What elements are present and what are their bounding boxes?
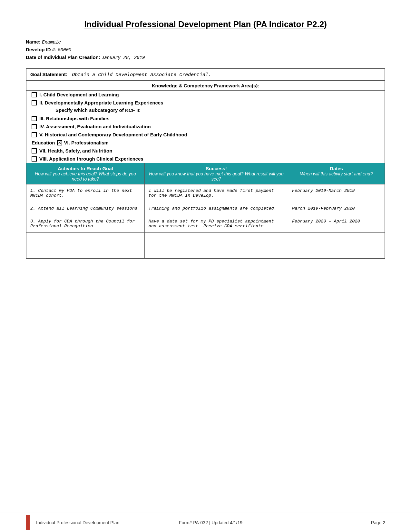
- activity-cell-2: 2. Attend all Learning Community session…: [26, 202, 144, 215]
- kcf-item-III-cell: III. Relationships with Families: [26, 114, 385, 123]
- checkbox-VII[interactable]: [32, 148, 37, 153]
- table-row: 3. Apply for CDA through the Council for…: [26, 215, 385, 233]
- main-table: Goal Statement: Obtain a Child Developme…: [26, 68, 385, 259]
- kcf-I-label: I. Child Development and Learning: [39, 92, 119, 97]
- dates-cell-1: February 2019-March 2019: [288, 184, 385, 202]
- table-row: 2. Attend all Learning Community session…: [26, 202, 385, 215]
- success-cell-3: Have a date set for my PD specialist app…: [144, 215, 288, 233]
- meta-section: Name: Example Develop ID #: 00000 Date o…: [26, 39, 385, 60]
- kcf-header-row: Knowledge & Competency Framework Area(s)…: [26, 81, 385, 91]
- page-container: Individual Professional Development Plan…: [0, 0, 411, 532]
- kcf-item-V-cell: V. Historical and Contemporary Developme…: [26, 131, 385, 139]
- activities-header-cell: Activities to Reach Goal How will you ac…: [26, 163, 144, 184]
- success-cell-2: Training and portfolio assignments are c…: [144, 202, 288, 215]
- name-label: Name:: [26, 39, 41, 44]
- activity-cell-4: [26, 233, 144, 259]
- kcf-III-label: III. Relationships with Families: [39, 116, 110, 121]
- kcf-item-IV: IV. Assessment, Evaluation and Individua…: [26, 123, 385, 131]
- kcf-item-VIII: VIII. Application through Clinical Exper…: [26, 155, 385, 163]
- kcf-item-VI: Education VI. Professionalism: [26, 139, 385, 147]
- date-label: Date of Individual Plan Creation:: [26, 54, 100, 60]
- footer-accent-bar: [26, 515, 30, 530]
- checkbox-I[interactable]: [32, 92, 37, 97]
- kcf-subcategory-cell: Specify which subcategory of KCF II:: [26, 107, 385, 114]
- dates-title: Dates: [292, 166, 381, 171]
- kcf-item-I-cell: I. Child Development and Learning: [26, 91, 385, 99]
- activities-title: Activities to Reach Goal: [30, 166, 141, 171]
- kcf-item-II-cell: II. Developmentally Appropriate Learning…: [26, 99, 385, 107]
- footer-left-text: Individual Professional Development Plan: [36, 520, 152, 525]
- checkbox-VI[interactable]: [57, 140, 62, 145]
- success-header-cell: Success! How will you know that you have…: [144, 163, 288, 184]
- success-subtitle: How will you know that you have met this…: [149, 171, 284, 182]
- activities-header-row: Activities to Reach Goal How will you ac…: [26, 163, 385, 184]
- kcf-IV-label: IV. Assessment, Evaluation and Individua…: [39, 124, 151, 129]
- date-value: January 28, 2019: [102, 55, 145, 60]
- kcf-subcategory-row: Specify which subcategory of KCF II:: [26, 107, 385, 114]
- kcf-subcategory-label: Specify which subcategory of KCF II:: [55, 107, 264, 113]
- footer-right-text: Page 2: [269, 520, 385, 525]
- kcf-VIII-label: VIII. Application through Clinical Exper…: [39, 156, 143, 162]
- meta-develop-row: Develop ID #: 00000: [26, 47, 385, 53]
- checkbox-II[interactable]: [32, 100, 37, 105]
- dates-cell-2: March 2019-February 2020: [288, 202, 385, 215]
- checkbox-VIII[interactable]: [32, 156, 37, 162]
- success-title: Success!: [149, 166, 284, 171]
- dates-cell-3: February 2020 – April 2020: [288, 215, 385, 233]
- kcf-item-III: III. Relationships with Families: [26, 114, 385, 123]
- meta-name-row: Name: Example: [26, 39, 385, 45]
- dates-subtitle: When will this activity start and end?: [292, 171, 381, 176]
- goal-value: Obtain a Child Development Associate Cre…: [72, 72, 211, 78]
- kcf-VI-label: VI. Professionalism: [64, 140, 109, 145]
- kcf-item-IV-cell: IV. Assessment, Evaluation and Individua…: [26, 123, 385, 131]
- kcf-item-VII: VII. Health, Safety, and Nutrition: [26, 147, 385, 155]
- goal-cell: Goal Statement: Obtain a Child Developme…: [26, 69, 385, 81]
- success-cell-4: [144, 233, 288, 259]
- dates-header-cell: Dates When will this activity start and …: [288, 163, 385, 184]
- goal-row: Goal Statement: Obtain a Child Developme…: [26, 69, 385, 81]
- name-value: Example: [42, 40, 61, 45]
- kcf-item-VI-cell: Education VI. Professionalism: [26, 139, 385, 147]
- kcf-V-label: V. Historical and Contemporary Developme…: [39, 132, 187, 137]
- dates-cell-4: [288, 233, 385, 259]
- meta-date-row: Date of Individual Plan Creation: Januar…: [26, 54, 385, 60]
- kcf-II-label: II. Developmentally Appropriate Learning…: [39, 100, 163, 105]
- develop-id-value: 00000: [58, 47, 71, 53]
- education-prefix: Education: [32, 140, 55, 145]
- checkbox-III[interactable]: [32, 116, 37, 121]
- kcf-item-II: II. Developmentally Appropriate Learning…: [26, 99, 385, 107]
- activity-cell-1: 1. Contact my PDA to enroll in the next …: [26, 184, 144, 202]
- checkbox-V[interactable]: [32, 132, 37, 137]
- kcf-header-cell: Knowledge & Competency Framework Area(s)…: [26, 81, 385, 91]
- kcf-VII-label: VII. Health, Safety, and Nutrition: [39, 148, 112, 153]
- goal-label: Goal Statement:: [30, 72, 71, 77]
- activities-subtitle: How will you achieve this goal? What ste…: [30, 171, 141, 182]
- footer-center-text: Form# PA-032 | Updated 4/1/19: [152, 520, 269, 525]
- checkbox-IV[interactable]: [32, 124, 37, 129]
- table-row-empty: [26, 233, 385, 259]
- kcf-item-VII-cell: VII. Health, Safety, and Nutrition: [26, 147, 385, 155]
- kcf-item-V: V. Historical and Contemporary Developme…: [26, 131, 385, 139]
- develop-id-label: Develop ID #:: [26, 47, 56, 52]
- table-row: 1. Contact my PDA to enroll in the next …: [26, 184, 385, 202]
- success-cell-1: I will be registered and have made first…: [144, 184, 288, 202]
- footer: Individual Professional Development Plan…: [0, 513, 411, 532]
- activity-cell-3: 3. Apply for CDA through the Council for…: [26, 215, 144, 233]
- kcf-item-VIII-cell: VIII. Application through Clinical Exper…: [26, 155, 385, 163]
- page-title: Individual Professional Development Plan…: [26, 19, 385, 29]
- kcf-item-I: I. Child Development and Learning: [26, 91, 385, 99]
